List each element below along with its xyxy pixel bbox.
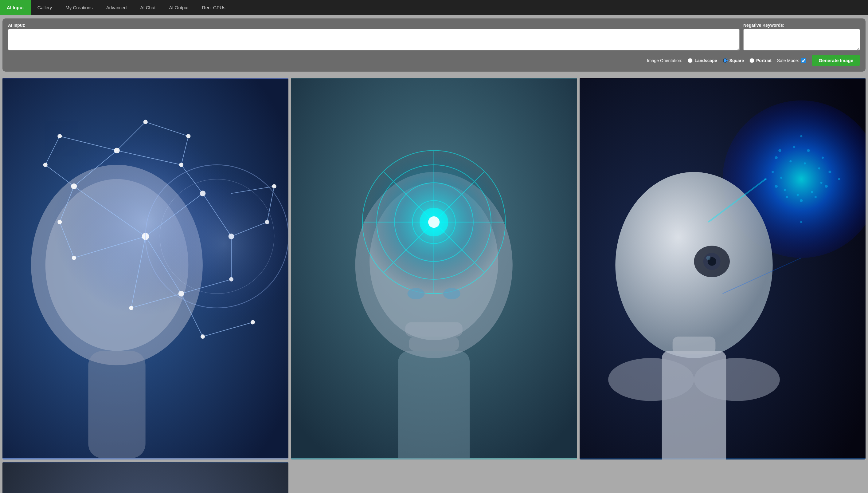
image-card-robot-2[interactable] [291, 78, 577, 459]
orientation-square-radio[interactable] [723, 58, 728, 63]
negative-keywords-group: Negative Keywords: [743, 23, 860, 50]
orientation-portrait-radio[interactable] [750, 58, 754, 63]
svg-point-40 [43, 163, 48, 167]
svg-point-83 [772, 171, 774, 173]
svg-point-76 [822, 157, 824, 159]
svg-point-48 [186, 134, 190, 138]
svg-point-91 [783, 189, 786, 191]
image-card-robot-4[interactable] [2, 462, 289, 493]
svg-point-77 [828, 171, 831, 173]
svg-point-39 [72, 256, 76, 260]
ai-input-label: AI Input: [8, 23, 739, 28]
svg-point-78 [825, 185, 827, 188]
nav-item-ai-output[interactable]: AI Output [162, 0, 195, 15]
robot-3-svg [579, 78, 866, 459]
svg-point-41 [58, 134, 62, 138]
svg-point-38 [58, 220, 62, 224]
nav-item-advanced[interactable]: Advanced [99, 0, 134, 15]
svg-point-86 [804, 162, 806, 165]
svg-point-88 [820, 181, 822, 184]
nav-item-ai-input[interactable]: AI Input [0, 0, 31, 15]
svg-point-79 [815, 196, 817, 198]
orientation-landscape-label[interactable]: Landscape [694, 58, 717, 63]
svg-point-80 [800, 199, 803, 202]
svg-point-69 [408, 288, 425, 299]
svg-point-87 [818, 167, 820, 169]
main-nav: AI Input Gallery My Creations Advanced A… [0, 0, 868, 15]
svg-rect-103 [672, 337, 715, 355]
safe-mode-checkbox[interactable] [801, 58, 806, 63]
svg-point-92 [780, 177, 782, 179]
svg-point-89 [811, 191, 813, 193]
svg-point-47 [143, 120, 148, 124]
image-card-robot-1[interactable] [2, 78, 289, 459]
orientation-landscape-group: Landscape [688, 58, 717, 63]
svg-point-74 [793, 146, 795, 148]
orientation-square-group: Square [723, 58, 744, 63]
orientation-portrait-label[interactable]: Portrait [756, 58, 772, 63]
image-grid [0, 75, 868, 493]
svg-point-75 [807, 149, 809, 152]
ai-input-group: AI Input: [8, 23, 739, 50]
svg-rect-3 [88, 351, 145, 458]
safe-mode-label: Safe Mode: [777, 58, 799, 63]
robot-4-svg [2, 462, 289, 493]
svg-point-70 [443, 288, 460, 299]
orientation-square-label[interactable]: Square [729, 58, 744, 63]
orientation-portrait-group: Portrait [750, 58, 772, 63]
svg-point-68 [428, 216, 439, 228]
orientation-row: Image Orientation: Landscape Square Port… [8, 55, 860, 66]
control-panel: AI Input: Negative Keywords: Image Orien… [2, 18, 866, 72]
svg-point-34 [114, 148, 120, 153]
svg-point-73 [778, 149, 781, 152]
orientation-label: Image Orientation: [647, 58, 682, 63]
svg-point-85 [790, 160, 792, 162]
orientation-landscape-radio[interactable] [688, 58, 693, 63]
svg-point-45 [251, 320, 255, 325]
svg-point-101 [706, 256, 710, 260]
svg-point-96 [800, 221, 802, 223]
svg-point-93 [838, 178, 840, 180]
svg-point-46 [129, 306, 133, 310]
ai-input-textarea[interactable] [8, 29, 739, 50]
svg-point-30 [71, 184, 77, 189]
svg-rect-53 [398, 351, 470, 459]
negative-keywords-label: Negative Keywords: [743, 23, 860, 28]
svg-point-82 [775, 185, 777, 188]
svg-rect-108 [2, 463, 289, 493]
robot-1-svg [2, 78, 289, 459]
negative-keywords-textarea[interactable] [743, 29, 860, 50]
nav-item-gallery[interactable]: Gallery [31, 0, 59, 15]
svg-point-104 [608, 358, 694, 401]
svg-point-105 [694, 358, 779, 401]
nav-item-rent-gpus[interactable]: Rent GPUs [195, 0, 232, 15]
nav-item-my-creations[interactable]: My Creations [59, 0, 99, 15]
svg-point-95 [800, 135, 802, 137]
svg-point-81 [786, 196, 788, 198]
generate-image-button[interactable]: Generate Image [812, 55, 860, 66]
svg-point-35 [179, 163, 183, 167]
robot-2-svg [291, 78, 577, 459]
safe-mode-group: Safe Mode: [777, 58, 806, 63]
svg-point-84 [775, 156, 777, 159]
nav-item-ai-chat[interactable]: AI Chat [133, 0, 162, 15]
svg-point-90 [796, 194, 799, 196]
image-card-robot-3[interactable] [579, 78, 866, 459]
svg-point-44 [201, 335, 205, 339]
svg-point-97 [615, 172, 773, 358]
